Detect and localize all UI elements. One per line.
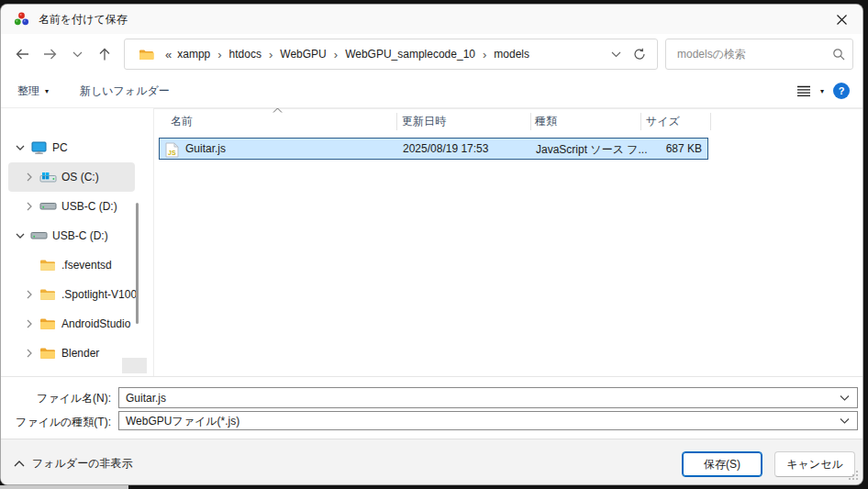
magnifier-icon[interactable] <box>832 48 845 61</box>
sidebar-item-spotlight[interactable]: .Spotlight-V100 <box>8 280 135 309</box>
breadcrumb-separator[interactable]: › <box>328 48 343 61</box>
hide-folders-button[interactable]: フォルダーの非表示 <box>14 456 132 472</box>
refresh-icon[interactable] <box>628 41 651 67</box>
breadcrumb-separator[interactable]: › <box>263 48 278 61</box>
folder-icon <box>38 259 58 272</box>
recent-locations-button[interactable] <box>63 40 91 68</box>
sidebar-item-label: OS (C:) <box>61 171 99 183</box>
forward-button[interactable] <box>36 40 63 68</box>
hide-folders-label: フォルダーの非表示 <box>32 456 132 472</box>
column-separator[interactable] <box>530 113 531 130</box>
help-label: ? <box>839 85 845 96</box>
sidebar-scrollbar-track-end[interactable] <box>122 358 147 373</box>
pc-monitor-icon <box>28 141 49 155</box>
filename-input[interactable] <box>119 388 857 407</box>
chevron-expanded-icon[interactable] <box>12 145 28 151</box>
breadcrumb-overflow[interactable]: « <box>158 48 175 61</box>
filetype-value: WebGPUファイル(*.js) <box>119 412 857 430</box>
usb-drive-icon <box>38 202 58 211</box>
save-button-label: 保存(S) <box>704 457 740 472</box>
file-list-pane: 名前 更新日時 種類 サイズ JS Guitar.js <box>153 108 862 376</box>
filename-label: ファイル名(N): <box>0 391 111 406</box>
address-dropdown-button[interactable] <box>604 41 628 67</box>
file-type: JavaScript ソース フ... <box>536 142 648 158</box>
chevron-down-icon[interactable] <box>840 395 850 401</box>
column-separator[interactable] <box>640 113 641 130</box>
column-header-name[interactable]: 名前 <box>171 114 193 129</box>
sidebar-item-usb-c-1[interactable]: USB-C (D:) <box>8 192 135 221</box>
chevron-down-icon: ▾ <box>45 87 49 95</box>
chevron-collapsed-icon[interactable] <box>21 319 38 328</box>
file-name: Guitar.js <box>185 142 226 155</box>
sidebar-scrollbar-thumb[interactable] <box>136 203 139 324</box>
breadcrumb-segment[interactable]: htdocs <box>228 48 263 61</box>
chevron-up-icon <box>14 461 25 467</box>
chevron-collapsed-icon[interactable] <box>21 349 38 358</box>
sort-ascending-icon <box>273 107 283 114</box>
windows-drive-icon <box>38 172 58 183</box>
js-file-icon: JS <box>165 142 179 158</box>
sidebar-item-os-c[interactable]: OS (C:) <box>8 162 135 192</box>
chevron-collapsed-icon[interactable] <box>21 172 38 182</box>
sidebar-item-androidstudio[interactable]: AndroidStudio <box>8 309 135 339</box>
up-button[interactable] <box>91 40 118 68</box>
file-size: 687 KB <box>666 142 702 155</box>
toolbar-right-group: ▾ ? <box>796 83 850 99</box>
organize-label: 整理 <box>17 83 39 99</box>
column-header-modified[interactable]: 更新日時 <box>402 114 446 129</box>
sidebar-item-pc[interactable]: PC <box>8 133 135 162</box>
window-title: 名前を付けて保存 <box>39 12 821 28</box>
filetype-label: ファイルの種類(T): <box>0 415 111 430</box>
usb-drive-icon <box>28 231 49 240</box>
breadcrumb-segment[interactable]: xampp <box>175 48 212 61</box>
new-folder-label: 新しいフォルダー <box>80 83 170 99</box>
sidebar-item-label: PC <box>52 141 68 154</box>
filetype-combobox[interactable]: WebGPUファイル(*.js) <box>118 411 858 430</box>
column-separator[interactable] <box>710 113 711 130</box>
column-separator[interactable] <box>396 113 397 130</box>
filename-section: ファイル名(N): ファイルの種類(T): WebGPUファイル(*.js) <box>1 376 862 439</box>
chevron-collapsed-icon[interactable] <box>21 202 38 211</box>
organize-button[interactable]: 整理 ▾ <box>17 83 49 99</box>
cancel-button[interactable]: キャンセル <box>774 451 855 477</box>
breadcrumb-segment[interactable]: WebGPU_samplecode_10 <box>343 48 477 61</box>
back-button[interactable] <box>8 40 36 68</box>
sidebar-item-blender[interactable]: Blender <box>8 339 135 368</box>
list-view-icon[interactable] <box>796 85 811 97</box>
folder-icon <box>38 317 58 330</box>
column-header-size[interactable]: サイズ <box>646 114 680 129</box>
folder-tree-sidebar: PC <box>1 108 153 376</box>
address-bar[interactable]: « xampp › htdocs › WebGPU › WebGPU_sampl… <box>124 39 658 70</box>
cancel-button-label: キャンセル <box>786 457 842 472</box>
chevron-expanded-icon[interactable] <box>12 233 28 239</box>
dialog-footer: フォルダーの非表示 保存(S) キャンセル <box>1 439 862 484</box>
breadcrumb-segment[interactable]: models <box>492 48 531 61</box>
file-row-selected[interactable]: JS Guitar.js 2025/08/19 17:53 JavaScript… <box>159 138 708 160</box>
new-folder-button[interactable]: 新しいフォルダー <box>80 83 170 99</box>
sidebar-item-usb-c-2[interactable]: USB-C (D:) <box>8 221 135 250</box>
arrow-up-icon <box>98 47 111 61</box>
breadcrumb-segment[interactable]: WebGPU <box>278 48 328 61</box>
sidebar-item-label: .fseventsd <box>61 259 112 272</box>
search-input[interactable] <box>675 47 832 61</box>
desktop-background-strip <box>0 485 128 489</box>
save-button[interactable]: 保存(S) <box>682 451 762 477</box>
help-button[interactable]: ? <box>833 83 850 99</box>
chevron-down-icon[interactable] <box>840 417 850 424</box>
close-button[interactable] <box>821 5 862 34</box>
view-options-caret[interactable]: ▾ <box>820 87 824 95</box>
chevron-collapsed-icon[interactable] <box>21 290 38 299</box>
sidebar-item-fseventsd[interactable]: .fseventsd <box>8 250 135 280</box>
sidebar-item-label: .Spotlight-V100 <box>61 288 137 301</box>
resize-grip[interactable] <box>846 468 859 481</box>
column-header-type[interactable]: 種類 <box>535 114 557 129</box>
breadcrumb-separator[interactable]: › <box>477 48 492 61</box>
file-modified: 2025/08/19 17:53 <box>403 142 488 155</box>
close-icon <box>836 14 848 26</box>
breadcrumb-separator[interactable]: › <box>212 48 227 61</box>
app-molecule-icon <box>14 12 29 27</box>
titlebar: 名前を付けて保存 <box>1 5 862 34</box>
arrow-right-icon <box>42 48 58 61</box>
save-as-dialog: 名前を付けて保存 <box>0 4 863 485</box>
filename-combobox[interactable] <box>118 387 858 408</box>
